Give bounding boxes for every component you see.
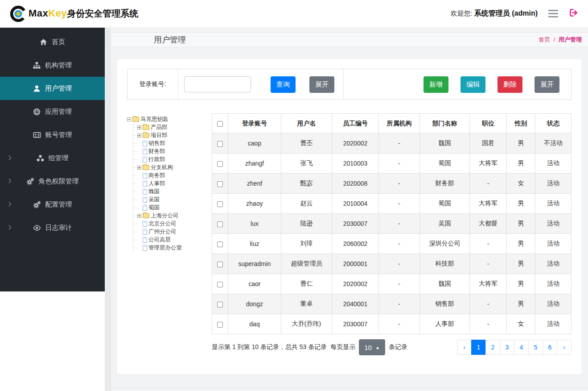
sidebar-item-label: 首页 [52, 38, 65, 46]
file-icon [143, 173, 147, 179]
table-row[interactable]: liuz刘璋2060002-深圳分公司-男活动 [212, 234, 572, 254]
tree-node[interactable]: 管理层办公室 [133, 244, 212, 252]
table-row[interactable]: lux陆逊2030007-吴国大都督男活动 [212, 214, 572, 234]
tree-connector [133, 183, 137, 184]
expand-expander-icon[interactable]: + [137, 214, 141, 218]
page-size-value: 10 [364, 344, 372, 351]
select-all-checkbox[interactable] [217, 121, 223, 127]
table-cell: 董卓 [281, 294, 332, 314]
tree-node[interactable]: 销售部 [133, 139, 212, 147]
sidebar-item-org[interactable]: 机构管理 [0, 54, 105, 77]
tree-node[interactable]: 财务部 [133, 147, 212, 155]
table-cell: 男 [507, 133, 535, 154]
breadcrumb-separator: / [554, 36, 555, 43]
row-checkbox[interactable] [217, 221, 223, 227]
add-button[interactable]: 新增 [424, 76, 448, 93]
tree-node[interactable]: 蜀国 [133, 204, 212, 212]
sidebar-item-account[interactable]: 账号管理 [0, 123, 105, 146]
chevron-right-icon [8, 178, 12, 185]
sidebar-item-config[interactable]: 配置管理 [0, 193, 105, 216]
table-cell: 男 [507, 194, 535, 214]
delete-button[interactable]: 删除 [498, 76, 522, 93]
row-select-cell [212, 254, 228, 274]
row-checkbox[interactable] [217, 181, 223, 187]
row-checkbox[interactable] [217, 201, 223, 207]
row-checkbox[interactable] [217, 141, 223, 147]
table-row[interactable]: zhaoy赵云2010004-蜀国大将军男活动 [212, 194, 572, 214]
page-button-3[interactable]: 3 [500, 340, 514, 355]
sidebar-item-group[interactable]: 组管理 [0, 146, 105, 170]
login-account-input[interactable] [184, 76, 251, 92]
tree-node[interactable]: 吴国 [133, 196, 212, 204]
prev-page-button[interactable]: ‹ [457, 340, 472, 355]
tree-node[interactable]: 公司高层 [133, 236, 212, 244]
column-header: 员工编号 [332, 114, 379, 133]
table-cell: 蜀国 [420, 194, 470, 214]
table-cell: 张飞 [281, 154, 332, 174]
table-cell: - [379, 214, 420, 234]
row-checkbox[interactable] [217, 302, 223, 308]
row-checkbox[interactable] [217, 262, 223, 267]
cogs-icon [26, 178, 34, 185]
table-cell: - [379, 294, 420, 314]
sidebar-item-user[interactable]: 用户管理 [0, 77, 105, 100]
logout-icon[interactable] [569, 8, 578, 19]
row-checkbox[interactable] [217, 241, 223, 247]
expand-expander-icon[interactable]: + [137, 133, 141, 137]
tree-connector [133, 135, 137, 136]
edit-button[interactable]: 编辑 [461, 76, 485, 93]
table-cell: 销售部 [420, 294, 470, 314]
tree-node[interactable]: 人事部 [133, 179, 212, 187]
page-button-2[interactable]: 2 [485, 340, 500, 355]
sidebar-item-app[interactable]: 应用管理 [0, 100, 105, 123]
expand-search-button[interactable]: 展开 [309, 76, 334, 93]
next-page-button[interactable]: › [557, 340, 572, 355]
expand-actions-button[interactable]: 展开 [535, 76, 559, 93]
tree-node[interactable]: +产品部 [133, 123, 212, 131]
page-button-1[interactable]: 1 [471, 340, 486, 355]
query-button[interactable]: 查询 [271, 76, 296, 93]
page-button-5[interactable]: 5 [528, 340, 543, 355]
row-checkbox[interactable] [217, 161, 223, 167]
row-checkbox[interactable] [217, 282, 223, 287]
table-row[interactable]: superadmin超级管理员2000001-科技部-男活动 [212, 254, 572, 274]
tree-node[interactable]: 商务部 [133, 171, 212, 179]
sidebar-item-audit[interactable]: 日志审计 [0, 216, 105, 239]
table-row[interactable]: caor曹仁2020002-魏国大将军男活动 [212, 274, 572, 294]
tree-node-label: 上海分公司 [151, 212, 179, 220]
tree-node[interactable]: 行政部 [133, 155, 212, 163]
globe-icon [33, 108, 41, 116]
tree-node[interactable]: 广州分公司 [133, 228, 212, 236]
collapse-expander-icon[interactable]: − [127, 117, 131, 121]
tree-node[interactable]: −马克思钥匙 [127, 115, 212, 123]
column-header: 部门名称 [420, 114, 470, 133]
sidebar-item-home[interactable]: 首页 [0, 30, 105, 54]
row-checkbox[interactable] [217, 322, 223, 328]
table-row[interactable]: caop曹丕2020002-魏国国君男不活动 [212, 133, 572, 154]
expand-expander-icon[interactable]: + [137, 166, 141, 170]
pagination-bar: 显示第 1 到第 10 条记录，总共 53 条记录 每页显示 10 ▲ 条记录 … [212, 339, 572, 355]
menu-toggle-icon[interactable] [547, 8, 560, 19]
table-row[interactable]: zhenf甄宓2020008-财务部-女活动 [212, 174, 572, 194]
tree-node[interactable]: +分支机构 [133, 163, 212, 171]
breadcrumb-home-link[interactable]: 首页 [539, 36, 550, 43]
users-table: 登录账号用户名员工编号所属机构部门名称职位性别状态 caop曹丕2020002-… [212, 113, 572, 334]
page-size-dropdown[interactable]: 10 ▲ [359, 339, 385, 355]
expand-expander-icon[interactable]: + [137, 125, 141, 129]
tree-node[interactable]: 北京分公司 [133, 220, 212, 228]
tree-node[interactable]: +项目部 [133, 131, 212, 139]
sidebar-item-role[interactable]: 角色权限管理 [0, 170, 105, 193]
table-row[interactable]: dongz董卓2040001-销售部-男活动 [212, 294, 572, 314]
page-button-6[interactable]: 6 [543, 340, 557, 355]
search-toolbar: 登录账号: 查询 展开 新增 编辑 删除 展开 [127, 69, 572, 100]
table-row[interactable]: daq大乔(乔玮)2030007-人事部-女活动 [212, 314, 572, 334]
page-button-4[interactable]: 4 [514, 340, 529, 355]
row-select-cell [212, 214, 228, 234]
table-row[interactable]: zhangf张飞2010003-蜀国大将军男活动 [212, 154, 572, 174]
tree-node[interactable]: +上海分公司 [133, 212, 212, 220]
tree-connector [133, 127, 137, 128]
column-header: 用户名 [281, 114, 332, 133]
table-cell: 活动 [535, 254, 572, 274]
tree-node[interactable]: 魏国 [133, 187, 212, 196]
tree-connector [133, 191, 137, 192]
